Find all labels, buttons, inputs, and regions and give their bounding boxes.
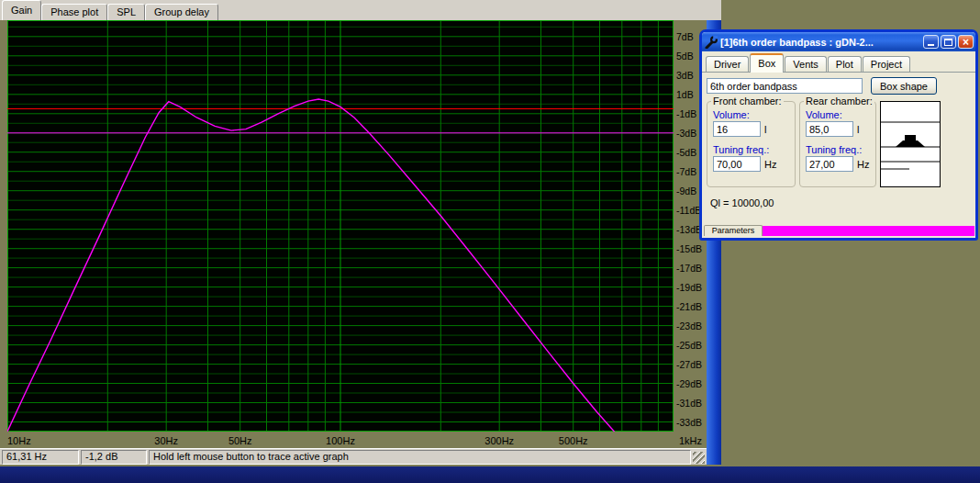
box-dialog: [1]6th order bandpass : gDN-2... × Drive… [699, 29, 978, 241]
box-name-input[interactable] [707, 78, 863, 94]
tab-plot[interactable]: Plot [828, 56, 862, 72]
maximize-button[interactable] [941, 35, 956, 49]
rear-volume-label: Volume: [806, 109, 842, 120]
tab-vents[interactable]: Vents [785, 56, 827, 72]
box-tab-page: Box shape Front chamber: Volume: l Tunin… [702, 73, 975, 236]
front-volume-unit: l [764, 124, 766, 135]
speaker-magnet-shape [905, 135, 916, 141]
resize-grip[interactable] [693, 452, 705, 464]
x-tick-label: 50Hz [228, 435, 252, 446]
gain-plot-canvas[interactable] [7, 20, 674, 432]
x-tick-label: 500Hz [559, 435, 588, 446]
status-hint: Hold left mouse button to trace active g… [149, 450, 691, 465]
box-shape-button[interactable]: Box shape [871, 77, 937, 95]
tab-phase-plot[interactable]: Phase plot [41, 4, 107, 20]
box-shape-diagram [880, 101, 941, 187]
y-tick-label: -19dB [676, 282, 707, 293]
status-cursor-frequency: 61,31 Hz [2, 450, 79, 465]
front-tuning-label: Tuning freq.: [713, 144, 769, 155]
gain-plot-area: 7dB5dB3dB1dB-1dB-3dB-5dB-7dB-9dB-11dB-13… [0, 20, 707, 448]
y-tick-label: -17dB [676, 263, 707, 274]
status-cursor-level: -1,2 dB [81, 450, 147, 465]
wrench-icon [705, 36, 718, 49]
y-tick-label: -33dB [676, 417, 707, 428]
dialog-tab-strip: Driver Box Vents Plot Project [702, 51, 975, 73]
tab-project[interactable]: Project [863, 56, 910, 72]
parameters-tab[interactable]: Parameters [704, 225, 763, 236]
status-bar: 61,31 Hz -1,2 dB Hold left mouse button … [0, 448, 707, 465]
x-tick-label: 100Hz [326, 435, 355, 446]
tab-driver[interactable]: Driver [706, 56, 749, 72]
tab-gain[interactable]: Gain [2, 0, 41, 20]
front-tuning-input[interactable] [713, 156, 761, 172]
y-tick-label: -31dB [676, 398, 707, 409]
rear-tuning-label: Tuning freq.: [806, 144, 862, 155]
dialog-bottom-strip: Parameters [702, 223, 975, 236]
close-button[interactable]: × [958, 35, 974, 49]
y-tick-label: -21dB [676, 301, 707, 312]
parameters-accent-bar [763, 226, 974, 236]
x-tick-label: 1kHz [679, 435, 702, 446]
gain-response-curve [7, 99, 618, 432]
y-tick-label: -29dB [676, 378, 707, 389]
graph-window: Gain Phase plot SPL Group delay 7dB5dB3d… [0, 0, 721, 466]
rear-volume-input[interactable] [806, 121, 853, 137]
rear-volume-unit: l [857, 124, 859, 135]
rear-tuning-unit: Hz [857, 159, 869, 170]
dialog-title: [1]6th order bandpass : gDN-2... [720, 37, 921, 48]
minimize-icon [928, 44, 934, 46]
desktop: { "app": { "background_color": "#7d7d56"… [0, 0, 980, 483]
x-tick-label: 30Hz [154, 435, 178, 446]
front-volume-input[interactable] [713, 121, 761, 137]
plot-tab-strip: Gain Phase plot SPL Group delay [0, 0, 721, 20]
maximize-icon [944, 39, 952, 46]
y-tick-label: -23dB [676, 320, 707, 331]
rear-chamber-legend: Rear chamber: [804, 95, 874, 107]
tab-spl[interactable]: SPL [107, 4, 145, 20]
front-volume-label: Volume: [713, 109, 750, 120]
dialog-titlebar[interactable]: [1]6th order bandpass : gDN-2... × [702, 32, 975, 51]
front-chamber-group: Front chamber: Volume: l Tuning freq.: H… [707, 101, 796, 187]
x-tick-label: 10Hz [7, 435, 31, 446]
bottom-window-edge [0, 466, 980, 483]
ql-value: Ql = 10000,00 [710, 197, 774, 208]
tab-group-delay[interactable]: Group delay [145, 4, 218, 20]
y-tick-label: -15dB [676, 243, 707, 254]
minimize-button[interactable] [923, 35, 939, 49]
close-icon: × [963, 37, 969, 48]
tab-box[interactable]: Box [750, 53, 784, 73]
rear-tuning-input[interactable] [806, 156, 853, 172]
rear-chamber-group: Rear chamber: Volume: l Tuning freq.: Hz [799, 101, 876, 187]
front-tuning-unit: Hz [764, 159, 776, 170]
front-chamber-legend: Front chamber: [711, 95, 784, 107]
y-tick-label: -27dB [676, 359, 707, 370]
x-tick-label: 300Hz [484, 435, 514, 446]
y-tick-label: -25dB [676, 340, 707, 351]
